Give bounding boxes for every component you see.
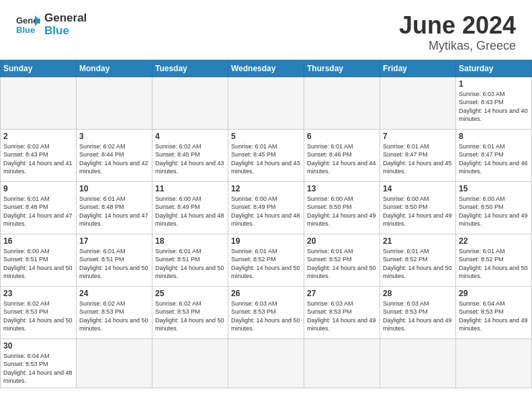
calendar-day: 8Sunrise: 6:01 AMSunset: 8:47 PMDaylight…: [456, 129, 532, 181]
sunrise-label: Sunrise: 6:04 AM: [459, 300, 505, 307]
day-number: 2: [3, 132, 73, 141]
calendar-header: SundayMondayTuesdayWednesdayThursdayFrid…: [1, 60, 532, 77]
sunrise-label: Sunrise: 6:02 AM: [155, 143, 202, 150]
calendar-day: 18Sunrise: 6:01 AMSunset: 8:51 PMDayligh…: [152, 234, 228, 286]
day-number: 28: [383, 289, 453, 298]
weekday-header: Saturday: [456, 60, 532, 77]
sunset-label: Sunset: 8:53 PM: [307, 308, 352, 315]
empty-cell: [152, 77, 228, 129]
day-number: 11: [155, 184, 225, 193]
day-number: 3: [79, 132, 149, 141]
daylight-label: Daylight: 14 hours and 45 minutes.: [383, 160, 452, 175]
empty-cell: [228, 77, 304, 129]
daylight-label: Daylight: 14 hours and 50 minutes.: [3, 317, 73, 332]
calendar-day: 26Sunrise: 6:03 AMSunset: 8:53 PMDayligh…: [228, 286, 304, 338]
sunrise-label: Sunrise: 6:01 AM: [155, 248, 202, 255]
sunrise-label: Sunrise: 6:01 AM: [231, 143, 277, 150]
calendar-day: 10Sunrise: 6:01 AMSunset: 8:48 PMDayligh…: [77, 181, 152, 234]
calendar-day: 20Sunrise: 6:01 AMSunset: 8:52 PMDayligh…: [304, 234, 380, 286]
daylight-label: Daylight: 14 hours and 49 minutes.: [459, 317, 528, 332]
day-number: 30: [3, 341, 73, 351]
sunset-label: Sunset: 8:48 PM: [3, 203, 48, 210]
day-number: 22: [459, 236, 529, 246]
day-info: Sunrise: 6:01 AMSunset: 8:51 PMDaylight:…: [155, 247, 225, 281]
sunset-label: Sunset: 8:44 PM: [79, 151, 124, 158]
sunset-label: Sunset: 8:53 PM: [79, 308, 124, 315]
day-number: 12: [231, 184, 301, 193]
sunrise-label: Sunrise: 6:01 AM: [79, 248, 126, 255]
calendar-day: 15Sunrise: 6:00 AMSunset: 8:50 PMDayligh…: [456, 181, 532, 234]
daylight-label: Daylight: 14 hours and 41 minutes.: [3, 160, 73, 175]
calendar-day: 12Sunrise: 6:00 AMSunset: 8:49 PMDayligh…: [228, 181, 304, 234]
logo-general-text: General: [44, 12, 87, 25]
page-title: June 2024: [399, 12, 516, 39]
empty-cell: [304, 77, 380, 129]
day-info: Sunrise: 6:01 AMSunset: 8:52 PMDaylight:…: [231, 247, 301, 281]
svg-text:Blue: Blue: [16, 25, 35, 35]
daylight-label: Daylight: 14 hours and 44 minutes.: [307, 160, 376, 175]
sunrise-label: Sunrise: 6:00 AM: [307, 195, 353, 202]
daylight-label: Daylight: 14 hours and 50 minutes.: [155, 265, 224, 280]
sunset-label: Sunset: 8:49 PM: [155, 203, 200, 210]
sunrise-label: Sunrise: 6:01 AM: [79, 195, 126, 202]
day-number: 9: [3, 184, 73, 193]
sunset-label: Sunset: 8:50 PM: [459, 203, 504, 210]
calendar-day: 25Sunrise: 6:02 AMSunset: 8:53 PMDayligh…: [152, 286, 228, 338]
sunset-label: Sunset: 8:43 PM: [3, 151, 48, 158]
day-info: Sunrise: 6:02 AMSunset: 8:44 PMDaylight:…: [79, 142, 149, 176]
logo-icon: General Blue: [16, 14, 40, 36]
day-info: Sunrise: 6:04 AMSunset: 8:53 PMDaylight:…: [3, 352, 73, 385]
calendar: SundayMondayTuesdayWednesdayThursdayFrid…: [0, 60, 532, 388]
day-number: 13: [307, 184, 377, 193]
calendar-day: 9Sunrise: 6:01 AMSunset: 8:48 PMDaylight…: [1, 181, 77, 234]
day-number: 19: [231, 236, 301, 246]
day-info: Sunrise: 6:01 AMSunset: 8:52 PMDaylight:…: [459, 247, 529, 281]
calendar-day: 5Sunrise: 6:01 AMSunset: 8:45 PMDaylight…: [228, 129, 304, 181]
sunset-label: Sunset: 8:52 PM: [307, 256, 352, 263]
day-number: 26: [231, 289, 301, 298]
day-number: 29: [459, 289, 529, 298]
sunrise-label: Sunrise: 6:04 AM: [3, 353, 50, 359]
day-number: 7: [383, 132, 453, 141]
sunset-label: Sunset: 8:53 PM: [155, 308, 200, 315]
title-block: June 2024 Mytikas, Greece: [399, 12, 516, 53]
sunset-label: Sunset: 8:45 PM: [155, 151, 200, 158]
weekday-header: Monday: [77, 60, 152, 77]
sunrise-label: Sunrise: 6:03 AM: [307, 300, 353, 307]
day-number: 17: [79, 236, 149, 246]
empty-cell: [228, 338, 304, 387]
daylight-label: Daylight: 14 hours and 40 minutes.: [459, 107, 528, 123]
day-number: 20: [307, 236, 377, 246]
weekday-header: Thursday: [304, 60, 380, 77]
sunset-label: Sunset: 8:48 PM: [79, 203, 124, 210]
header: General Blue General Blue June 2024 Myti…: [0, 0, 532, 60]
day-info: Sunrise: 6:02 AMSunset: 8:53 PMDaylight:…: [155, 300, 225, 333]
daylight-label: Daylight: 14 hours and 47 minutes.: [3, 212, 73, 228]
day-info: Sunrise: 6:02 AMSunset: 8:43 PMDaylight:…: [3, 142, 73, 176]
empty-cell: [380, 338, 456, 387]
weekday-header: Tuesday: [152, 60, 228, 77]
day-number: 21: [383, 236, 453, 246]
day-info: Sunrise: 6:02 AMSunset: 8:53 PMDaylight:…: [79, 300, 149, 333]
sunset-label: Sunset: 8:52 PM: [383, 256, 428, 263]
day-info: Sunrise: 6:00 AMSunset: 8:50 PMDaylight:…: [307, 195, 377, 228]
calendar-day: 28Sunrise: 6:03 AMSunset: 8:53 PMDayligh…: [380, 286, 456, 338]
sunset-label: Sunset: 8:53 PM: [383, 308, 428, 315]
empty-cell: [77, 77, 152, 129]
daylight-label: Daylight: 14 hours and 50 minutes.: [231, 265, 300, 280]
sunset-label: Sunset: 8:53 PM: [231, 308, 276, 315]
sunset-label: Sunset: 8:52 PM: [231, 256, 276, 263]
day-number: 16: [3, 236, 73, 246]
sunset-label: Sunset: 8:52 PM: [459, 256, 504, 263]
sunrise-label: Sunrise: 6:01 AM: [383, 143, 429, 150]
sunrise-label: Sunrise: 6:01 AM: [459, 143, 505, 150]
calendar-day: 23Sunrise: 6:02 AMSunset: 8:53 PMDayligh…: [1, 286, 77, 338]
sunset-label: Sunset: 8:50 PM: [383, 203, 428, 210]
daylight-label: Daylight: 14 hours and 48 minutes.: [3, 369, 73, 385]
calendar-day: 2Sunrise: 6:02 AMSunset: 8:43 PMDaylight…: [1, 129, 77, 181]
day-number: 27: [307, 289, 377, 298]
day-number: 8: [459, 132, 529, 141]
sunset-label: Sunset: 8:51 PM: [3, 256, 48, 263]
day-info: Sunrise: 6:01 AMSunset: 8:46 PMDaylight:…: [307, 142, 377, 176]
calendar-day: 22Sunrise: 6:01 AMSunset: 8:52 PMDayligh…: [456, 234, 532, 286]
